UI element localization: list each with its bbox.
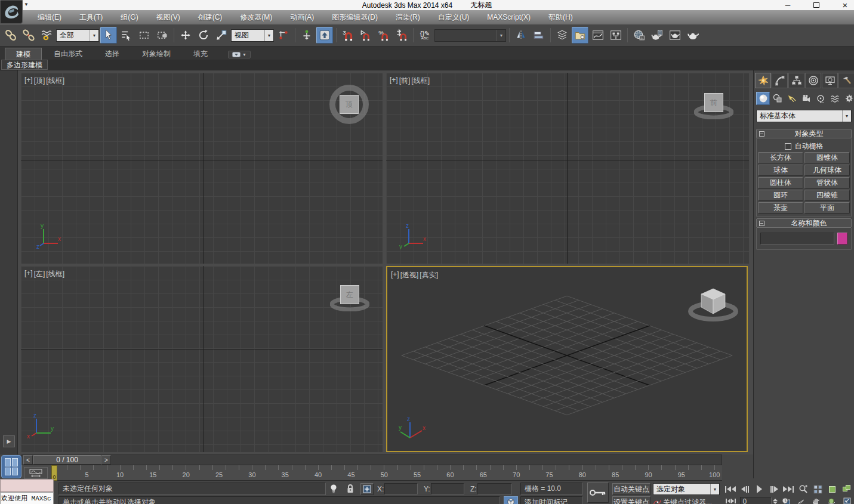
ribbon-minimize-button[interactable]: ▼ — [228, 51, 251, 58]
viewcube[interactable]: 顶 — [329, 85, 369, 124]
category-helpers[interactable] — [813, 92, 827, 105]
pan-view-button[interactable] — [809, 497, 824, 504]
menu-item[interactable]: 组(G) — [112, 10, 147, 24]
ribbon-tab[interactable]: 建模 — [5, 48, 42, 60]
viewcube[interactable]: 前 — [694, 89, 733, 119]
viewport-menu-pov[interactable]: [顶] — [34, 76, 45, 86]
unlink-selection-button[interactable] — [20, 27, 37, 44]
maximize-button[interactable] — [810, 1, 823, 10]
material-editor-button[interactable] — [631, 27, 648, 44]
track-bar[interactable]: 5101520253035404550556065707580859095100… — [21, 465, 722, 481]
named-selection-sets-dropdown[interactable]: ▼ — [434, 29, 506, 42]
object-type-button[interactable]: 球体 — [758, 165, 803, 176]
x-coordinate-field[interactable] — [384, 483, 418, 494]
viewport-layout-tab-button[interactable] — [1, 455, 21, 478]
maximize-viewport-toggle[interactable] — [840, 497, 854, 504]
select-and-scale-button[interactable] — [213, 27, 230, 44]
render-production-button[interactable] — [685, 27, 701, 44]
viewcube-face[interactable]: 前 — [704, 93, 723, 112]
object-color-swatch[interactable] — [837, 233, 847, 245]
close-button[interactable]: × — [838, 0, 852, 10]
time-slider-handle[interactable]: 0 / 100 — [33, 455, 101, 465]
z-coordinate-field[interactable] — [477, 483, 512, 494]
tab-create[interactable] — [755, 73, 771, 88]
ribbon-tab[interactable]: 填充 — [183, 48, 218, 60]
category-space-warps[interactable] — [828, 92, 841, 105]
menu-item[interactable]: 图形编辑器(D) — [323, 10, 387, 24]
select-object-button[interactable] — [100, 27, 117, 44]
viewcube-3d[interactable] — [686, 280, 741, 323]
viewport-layout-flyout-button[interactable]: ▶ — [3, 435, 15, 447]
set-keys-button[interactable] — [587, 483, 609, 503]
schematic-view-button[interactable] — [608, 27, 624, 44]
orbit-button[interactable] — [825, 497, 839, 504]
graphite-ribbon-toggle[interactable] — [572, 27, 588, 44]
category-systems[interactable] — [842, 92, 854, 105]
menu-item[interactable]: 创建(C) — [189, 10, 232, 24]
menu-item[interactable]: 渲染(R) — [387, 10, 429, 24]
maxscript-listener[interactable]: 欢迎使用 MAXSc — [0, 492, 54, 504]
category-geometry[interactable] — [756, 92, 770, 105]
render-setup-button[interactable] — [649, 27, 665, 44]
keyboard-shortcut-override-toggle[interactable] — [316, 27, 333, 44]
viewport-left[interactable]: [+] [左] [线框] 左 z y x — [21, 266, 383, 452]
mirror-button[interactable] — [513, 27, 529, 44]
tab-motion[interactable] — [805, 73, 821, 88]
tab-utilities[interactable] — [838, 73, 854, 88]
menu-item[interactable]: 视图(V) — [147, 10, 189, 24]
snaps-toggle[interactable]: 3 — [340, 27, 356, 44]
object-type-button[interactable]: 平面 — [804, 202, 850, 214]
viewport-perspective[interactable]: [+] [透视] [真实] z x y — [386, 266, 748, 452]
curve-editor-button[interactable] — [590, 27, 606, 44]
goto-start-button[interactable] — [723, 483, 737, 496]
select-by-name-button[interactable] — [118, 27, 135, 44]
absolute-mode-transform-toggle[interactable] — [360, 483, 374, 495]
rendered-frame-window-button[interactable] — [667, 27, 683, 44]
menu-item[interactable]: MAXScript(X) — [478, 10, 539, 24]
category-shapes[interactable] — [770, 92, 784, 105]
rollout-object-type-header[interactable]: 对象类型 — [756, 129, 852, 138]
viewport-top[interactable]: [+] [顶] [线框] 顶 y x z — [21, 73, 383, 264]
open-mini-curve-editor-button[interactable] — [24, 467, 48, 479]
time-slider-prev-button[interactable]: < — [23, 455, 33, 465]
viewcube[interactable]: 左 — [330, 282, 369, 311]
object-type-button[interactable]: 四棱锥 — [804, 190, 850, 201]
auto-key-button[interactable]: 自动关键点 — [612, 483, 650, 495]
object-type-button[interactable]: 圆锥体 — [804, 152, 850, 163]
bind-to-space-warp-button[interactable] — [38, 27, 55, 44]
spinner-snap-toggle[interactable] — [393, 27, 410, 44]
select-and-manipulate-button[interactable] — [298, 27, 315, 44]
isolate-selection-toggle[interactable] — [328, 483, 339, 494]
key-mode-toggle[interactable] — [723, 497, 739, 504]
key-filters-button[interactable]: 关键点过滤器... — [653, 496, 720, 504]
add-time-tag-field[interactable]: 添加时间标记 — [520, 496, 582, 504]
ribbon-tab[interactable]: 自由形式 — [43, 48, 93, 60]
viewport-menu-general[interactable]: [+] — [24, 269, 33, 279]
add-time-tag-icon-button[interactable] — [504, 496, 518, 504]
ribbon-tab[interactable]: 选择 — [94, 48, 130, 60]
align-button[interactable] — [531, 27, 547, 44]
object-type-button[interactable]: 圆柱体 — [758, 177, 803, 188]
current-frame-field[interactable]: 0 — [740, 497, 772, 504]
play-button[interactable] — [753, 483, 766, 496]
maxscript-macro-recorder[interactable] — [0, 479, 54, 492]
viewport-menu-general[interactable]: [+] — [24, 76, 33, 86]
viewport-menu-shading[interactable]: [线框] — [411, 76, 430, 86]
layer-manager-button[interactable] — [554, 27, 571, 44]
object-name-input[interactable] — [760, 233, 834, 245]
category-cameras[interactable] — [799, 92, 813, 105]
goto-end-button[interactable] — [782, 483, 796, 496]
application-button[interactable] — [0, 0, 23, 24]
zoom-all-button[interactable] — [811, 483, 825, 496]
edit-named-selection-sets-button[interactable]: {}✎ ABC — [417, 27, 433, 44]
menu-item[interactable]: 帮助(H) — [539, 10, 582, 24]
rectangular-selection-region-button[interactable] — [136, 27, 153, 44]
autogrid-checkbox[interactable] — [785, 143, 791, 150]
viewport-front[interactable]: [+] [前] [线框] 前 z x y — [386, 73, 749, 264]
tab-display[interactable] — [822, 73, 838, 88]
time-configuration-button[interactable] — [779, 497, 793, 504]
selection-arrow-nav-button[interactable] — [794, 497, 808, 504]
select-and-rotate-button[interactable] — [195, 27, 212, 44]
tab-modify[interactable] — [772, 73, 788, 88]
select-and-link-button[interactable] — [2, 27, 19, 44]
